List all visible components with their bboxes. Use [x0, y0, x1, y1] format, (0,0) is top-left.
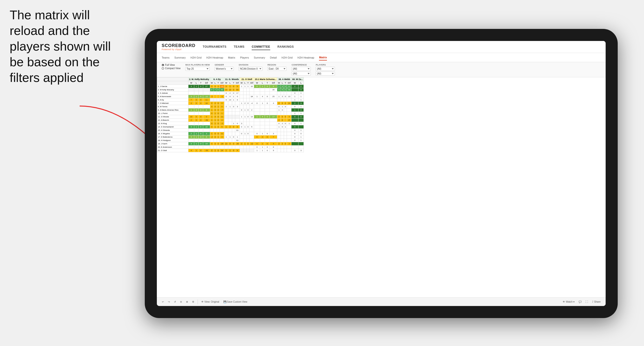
logo-sub: Powered by clippd [162, 48, 196, 51]
logo-area: SCOREBOARD Powered by clippd [162, 43, 196, 51]
header-name-empty [157, 81, 188, 85]
annotation-text: The matrix will reload and the players s… [10, 7, 126, 86]
matrix-table: 2. M. Kelly Mulcahy 6. A Dy 11. G. Woods… [157, 77, 304, 152]
nav-items: TOURNAMENTS TEAMS COMMITTEE RANKINGS [203, 44, 294, 50]
nav-teams[interactable]: TEAMS [234, 44, 245, 50]
table-row: 19. J Karrh 31019 400-20 1300-35 210-12 … [157, 142, 304, 146]
gender-select[interactable]: Women's Men's [214, 67, 234, 71]
subnav-matrix2[interactable]: Matrix [319, 55, 327, 60]
tablet-frame: SCOREBOARD Powered by clippd TOURNAMENTS… [145, 29, 618, 318]
col-header-mulcahy: 2. M. Kelly Mulcahy [188, 78, 210, 81]
toolbar-fullscreen[interactable]: ⛶ [584, 300, 590, 304]
table-row: 18. H Hodgson 11 01 [157, 139, 304, 142]
wlt-w1: W [188, 81, 194, 85]
table-row: 2. M Kelly Mulcahy 07040 1010050 35 0604… [157, 88, 304, 92]
conference-select-2[interactable]: (All) [292, 72, 311, 76]
col-header-webb: 38. A Webb [277, 78, 292, 81]
table-row: 11. G Woods 10000 14011 11014 14017 2004… [157, 115, 304, 119]
table-row: 15. H Stranda 11 01 [157, 129, 304, 132]
table-row: 20. E Andersson 0108 [157, 146, 304, 149]
subnav-teams[interactable]: Teams [162, 55, 170, 60]
gender-group: Gender Women's Men's [214, 64, 234, 71]
table-row: 9. A Maria Jimenez Rios 1006 100-7 0102 … [157, 108, 304, 112]
table-row: 10. L Perini 0101 11 [157, 112, 304, 115]
toolbar-settings[interactable]: ⚙ [190, 300, 196, 304]
table-row: 17. D Ballesteros 3106 -2013 1101 0207 0… [157, 135, 304, 139]
logo-text: SCOREBOARD [162, 43, 196, 48]
col-header-schuma: 23.1 Marie Schuma... [254, 78, 277, 81]
players-select-2[interactable]: (All) [316, 72, 335, 76]
nav-rankings[interactable]: RANKINGS [278, 44, 294, 50]
subnav-detail[interactable]: Detail [270, 55, 277, 60]
toolbar-share[interactable]: ⤴ Share [591, 300, 602, 304]
matrix-content[interactable]: 2. M. Kelly Mulcahy 6. A Dy 11. G. Woods… [157, 77, 606, 297]
division-select[interactable]: NCAA Division II NCAA Division I NCAA Di… [239, 67, 262, 71]
tablet-screen: SCOREBOARD Powered by clippd TOURNAMENTS… [157, 41, 606, 306]
subnav-summary2[interactable]: Summary [254, 55, 265, 60]
table-row: 8. M Torres 0010 2103 010 01 [157, 105, 304, 108]
players-group: Players (All) (All) [316, 64, 335, 76]
table-row: 14. S Srichantamit 31016 0105 1204 0105 … [157, 125, 304, 129]
subnav-matrix[interactable]: Matrix [228, 55, 235, 60]
nav-tournaments[interactable]: TOURNAMENTS [203, 44, 226, 50]
table-row: 1. J Garcia 31027 301-11 3100 11110 0106… [157, 85, 304, 88]
max-players-label: Max players in view [185, 64, 210, 66]
table-row: 21. O Stoll 410-33 21014 1104 1109 03 [157, 149, 304, 152]
conference-select[interactable]: (All) [292, 67, 311, 71]
toolbar-redo[interactable]: ↪ [166, 300, 171, 304]
sub-nav: Teams Summary H2H Grid H2H Heatmap Matri… [157, 53, 606, 62]
compact-view-label: Compact View [165, 67, 180, 70]
conference-group: Conference (All) (All) [292, 64, 311, 76]
full-view-radio[interactable]: Full View [162, 64, 180, 66]
toolbar-divider-1 [198, 300, 198, 304]
header-player-name [157, 78, 188, 81]
col-header-woods: 11. G. Woods [224, 78, 240, 81]
gender-label: Gender [214, 64, 234, 66]
toolbar-undo[interactable]: ↩ [160, 300, 165, 304]
subnav-h2h-grid[interactable]: H2H Grid [190, 55, 202, 60]
table-row: 12. A Bianchi 200-58 1104 2025 [157, 119, 304, 122]
table-row: 7. O Mitchell 30018 2202 120-4 0104 0402… [157, 102, 304, 105]
players-label: Players [316, 64, 335, 66]
toolbar-watch[interactable]: 👁 Watch ▾ [561, 300, 576, 304]
division-group: Division NCAA Division II NCAA Division … [239, 64, 262, 71]
col-header-ady: 6. A Dy [210, 78, 224, 81]
toolbar-view-original[interactable]: 👁 View: Original [200, 300, 221, 304]
max-players-group: Max players in view Top 25 Top 50 All [185, 64, 210, 71]
toolbar-save-custom[interactable]: 💾 Save Custom View [222, 300, 249, 304]
conference-label: Conference [292, 64, 311, 66]
full-view-dot [162, 64, 164, 66]
subnav-h2h-heatmap[interactable]: H2H Heatmap [206, 55, 223, 60]
toolbar-zoom-out[interactable]: ⊖ [178, 300, 184, 304]
full-view-label: Full View [165, 64, 175, 66]
region-select[interactable]: East - DII West - DII Central - DII [267, 67, 287, 71]
table-row: 5. A Nomrowski 310-11 -1-1 0010 14 14025… [157, 95, 304, 98]
players-select[interactable]: (All) [316, 67, 335, 71]
max-players-select[interactable]: Top 25 Top 50 All [185, 67, 210, 71]
compact-view-dot [162, 67, 164, 70]
col-header-stoll: 21. O Stoll [240, 78, 254, 81]
bottom-toolbar: ↩ ↪ ↺ ⊖ ⊕ ⚙ 👁 View: Original 💾 Save Cust… [157, 297, 606, 306]
nav-committee[interactable]: COMMITTEE [252, 44, 270, 50]
subnav-summary[interactable]: Summary [174, 55, 186, 60]
toolbar-zoom-reset[interactable]: ⊕ [184, 300, 190, 304]
view-toggle-group: Full View Compact View [162, 64, 180, 70]
filter-bar: Full View Compact View Max players in vi… [157, 62, 606, 77]
compact-view-radio[interactable]: Compact View [162, 67, 180, 70]
subnav-h2h-heatmap2[interactable]: H2H Heatmap [298, 55, 314, 60]
table-row: 13. N Klug 010-2 10 3 0201 01 [157, 122, 304, 125]
top-nav: SCOREBOARD Powered by clippd TOURNAMENTS… [157, 41, 606, 53]
region-label: Region [267, 64, 287, 66]
region-group: Region East - DII West - DII Central - D… [267, 64, 287, 71]
toolbar-comment[interactable]: 💬 [577, 300, 583, 304]
table-row: 3. S Jelinek 02017 01 [157, 92, 304, 95]
table-row: 16. X Mcgaha 2103 10011 010 0103 00 [157, 132, 304, 135]
col-header-za: 60. W Za... [292, 78, 304, 81]
division-label: Division [239, 64, 262, 66]
toolbar-refresh[interactable]: ↺ [172, 300, 177, 304]
subnav-h2h-grid2[interactable]: H2H Grid [282, 55, 293, 60]
table-row: 6. A Dy 70011 01410 11 [157, 98, 304, 102]
subnav-players[interactable]: Players [240, 55, 249, 60]
